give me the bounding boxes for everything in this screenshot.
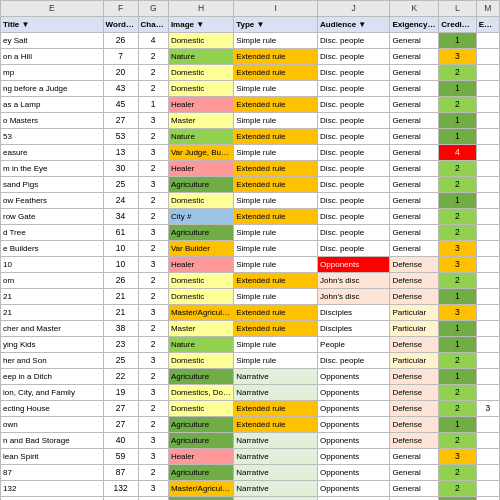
cell-title[interactable]: 21 bbox=[1, 289, 104, 305]
cell-title[interactable]: 132 bbox=[1, 481, 104, 497]
cell-title[interactable]: mp bbox=[1, 65, 104, 81]
cell-title[interactable]: 87 bbox=[1, 465, 104, 481]
cell-audience: Disc. people bbox=[318, 113, 390, 129]
cell-audience: Opponents bbox=[318, 385, 390, 401]
header-credib[interactable]: Credib. ▼ bbox=[439, 17, 476, 33]
cell-words: 19 bbox=[103, 385, 138, 401]
table-row: on a Hill72NatureExtended ruleDisc. peop… bbox=[1, 49, 500, 65]
cell-title[interactable]: om bbox=[1, 273, 104, 289]
cell-credib: 2 bbox=[439, 481, 476, 497]
cell-title[interactable]: ion, City, and Family bbox=[1, 385, 104, 401]
cell-title[interactable]: sand Pigs bbox=[1, 177, 104, 193]
cell-audience: Disc. people bbox=[318, 33, 390, 49]
cell-image: Healer bbox=[168, 97, 233, 113]
cell-image: Master/Agriculture bbox=[168, 481, 233, 497]
cell-credib: 2 bbox=[439, 97, 476, 113]
header-title[interactable]: Title ▼ bbox=[1, 17, 104, 33]
cell-words: 13 bbox=[103, 145, 138, 161]
cell-credib: 3 bbox=[439, 257, 476, 273]
cell-em bbox=[476, 241, 499, 257]
cell-credib: 2 bbox=[439, 273, 476, 289]
cell-title[interactable]: 10 bbox=[1, 257, 104, 273]
cell-title[interactable]: o Masters bbox=[1, 113, 104, 129]
cell-exigency: General bbox=[390, 49, 439, 65]
cell-title[interactable]: ey Salt bbox=[1, 33, 104, 49]
cell-credib: 2 bbox=[439, 433, 476, 449]
header-words[interactable]: Words ▼ bbox=[103, 17, 138, 33]
cell-audience: Disc. people bbox=[318, 177, 390, 193]
table-row: sand Pigs253AgricultureExtended ruleDisc… bbox=[1, 177, 500, 193]
cell-title[interactable]: ng before a Judge bbox=[1, 81, 104, 97]
header-em[interactable]: Em ▼ bbox=[476, 17, 499, 33]
header-type[interactable]: Type ▼ bbox=[234, 17, 318, 33]
cell-title[interactable]: d Tree bbox=[1, 225, 104, 241]
cell-title[interactable]: ow Feathers bbox=[1, 193, 104, 209]
cell-exigency: Defense bbox=[390, 337, 439, 353]
cell-title[interactable]: ying Kids bbox=[1, 337, 104, 353]
cell-words: 26 bbox=[103, 33, 138, 49]
table-row: ow Feathers242DomesticSimple ruleDisc. p… bbox=[1, 193, 500, 209]
cell-title[interactable]: own bbox=[1, 417, 104, 433]
cell-char: 3 bbox=[138, 113, 168, 129]
cell-type: Simple rule bbox=[234, 33, 318, 49]
col-letter-f: F bbox=[103, 1, 138, 17]
cell-title[interactable]: 53 bbox=[1, 129, 104, 145]
cell-credib: 1 bbox=[439, 321, 476, 337]
cell-title[interactable]: her and Son bbox=[1, 353, 104, 369]
cell-words: 45 bbox=[103, 497, 138, 501]
cell-title[interactable]: m in the Eye bbox=[1, 161, 104, 177]
cell-credib: 3 bbox=[439, 305, 476, 321]
cell-credib: 1 bbox=[439, 193, 476, 209]
cell-title[interactable]: lean Spirit bbox=[1, 449, 104, 465]
cell-char: 3 bbox=[138, 385, 168, 401]
cell-em bbox=[476, 449, 499, 465]
cell-audience: Disc. people bbox=[318, 193, 390, 209]
cell-words: 53 bbox=[103, 129, 138, 145]
cell-char: 2 bbox=[138, 241, 168, 257]
header-exigency[interactable]: Exigency ▼ bbox=[390, 17, 439, 33]
cell-title[interactable]: as a Lamp bbox=[1, 97, 104, 113]
table-row: easure133Var Judge, BusinessSimple ruleD… bbox=[1, 145, 500, 161]
cell-title[interactable]: 21 bbox=[1, 305, 104, 321]
spreadsheet: E F G H I J K L M Title ▼ Words ▼ Char. … bbox=[0, 0, 500, 500]
cell-title[interactable]: e Builders bbox=[1, 241, 104, 257]
cell-words: 25 bbox=[103, 353, 138, 369]
cell-audience: Disciples bbox=[318, 321, 390, 337]
cell-type: Extended rule bbox=[234, 129, 318, 145]
cell-title[interactable]: stard Seed bbox=[1, 497, 104, 501]
col-letter-i: I bbox=[234, 1, 318, 17]
table-row: row Gate342City #Extended ruleDisc. peop… bbox=[1, 209, 500, 225]
table-row: ey Salt264DomesticSimple ruleDisc. peopl… bbox=[1, 33, 500, 49]
cell-words: 26 bbox=[103, 273, 138, 289]
table-row: ying Kids232NatureSimple rulePeopleDefen… bbox=[1, 337, 500, 353]
cell-em bbox=[476, 97, 499, 113]
cell-words: 34 bbox=[103, 209, 138, 225]
cell-exigency: Defense bbox=[390, 369, 439, 385]
cell-type: Narrative bbox=[234, 465, 318, 481]
cell-type: Narrative bbox=[234, 433, 318, 449]
cell-title[interactable]: easure bbox=[1, 145, 104, 161]
cell-char: 2 bbox=[138, 321, 168, 337]
cell-em bbox=[476, 465, 499, 481]
cell-image: Domestic bbox=[168, 289, 233, 305]
cell-title[interactable]: row Gate bbox=[1, 209, 104, 225]
header-image[interactable]: Image ▼ bbox=[168, 17, 233, 33]
cell-char: 2 bbox=[138, 417, 168, 433]
cell-em bbox=[476, 433, 499, 449]
header-audience[interactable]: Audience ▼ bbox=[318, 17, 390, 33]
cell-title[interactable]: on a Hill bbox=[1, 49, 104, 65]
cell-em bbox=[476, 417, 499, 433]
cell-type: Narrative bbox=[234, 369, 318, 385]
cell-credib: 2 bbox=[439, 209, 476, 225]
cell-title[interactable]: cher and Master bbox=[1, 321, 104, 337]
cell-title[interactable]: n and Bad Storage bbox=[1, 433, 104, 449]
filter-header-row[interactable]: Title ▼ Words ▼ Char. ▼ Image ▼ Type ▼ A… bbox=[1, 17, 500, 33]
cell-image: Domestic bbox=[168, 353, 233, 369]
cell-title[interactable]: eep in a Ditch bbox=[1, 369, 104, 385]
header-char[interactable]: Char. ▼ bbox=[138, 17, 168, 33]
table-row: eep in a Ditch222AgricultureNarrativeOpp… bbox=[1, 369, 500, 385]
cell-title[interactable]: ecting House bbox=[1, 401, 104, 417]
cell-char: 2 bbox=[138, 65, 168, 81]
column-letters-row: E F G H I J K L M bbox=[1, 1, 500, 17]
cell-char: 1 bbox=[138, 97, 168, 113]
